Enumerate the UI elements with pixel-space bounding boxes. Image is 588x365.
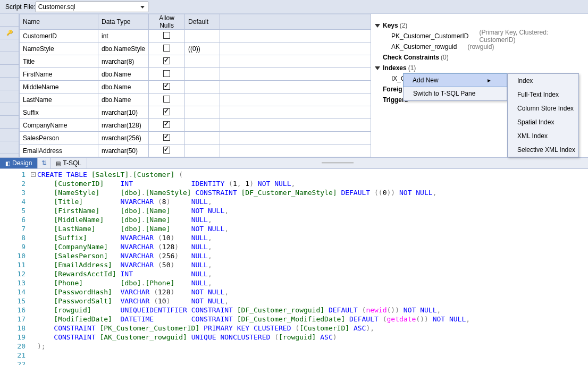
fold-gutter: - xyxy=(30,169,37,365)
cell-type[interactable]: nvarchar(10) xyxy=(98,106,149,119)
pane-tabs: ◧Design ⇅ ▤T-SQL xyxy=(0,157,588,169)
tsql-editor[interactable]: 12345678910111213141516171819202122 - CR… xyxy=(0,169,588,365)
checkbox-icon[interactable] xyxy=(163,134,170,141)
cell-default[interactable] xyxy=(185,119,220,132)
cell-type[interactable]: nvarchar(50) xyxy=(98,145,149,157)
ctx-xml-index[interactable]: XML Index xyxy=(508,129,578,143)
check-constraints-node[interactable]: Check Constraints (0) xyxy=(375,52,584,63)
ctx-spatial-index[interactable]: Spatial Index xyxy=(508,115,578,129)
cell-type[interactable]: dbo.Name xyxy=(98,94,149,106)
columns-table[interactable]: Name Data Type Allow Nulls Default Custo… xyxy=(19,14,371,157)
cell-name[interactable]: Title xyxy=(20,55,98,68)
table-row[interactable]: SalesPersonnvarchar(256) xyxy=(20,132,371,145)
cell-allow-nulls[interactable] xyxy=(149,106,185,119)
context-submenu[interactable]: Index Full-Text Index Column Store Index… xyxy=(507,73,579,157)
cell-default[interactable] xyxy=(185,145,220,157)
checkbox-icon[interactable] xyxy=(163,45,170,52)
table-row[interactable]: Suffixnvarchar(10) xyxy=(20,106,371,119)
ctx-fulltext-index[interactable]: Full-Text Index xyxy=(508,88,578,101)
cell-name[interactable]: MiddleName xyxy=(20,81,98,94)
cell-allow-nulls[interactable] xyxy=(149,81,185,94)
cell-allow-nulls[interactable] xyxy=(149,68,185,81)
checkbox-icon[interactable] xyxy=(163,108,170,115)
col-header-name[interactable]: Name xyxy=(20,14,98,30)
cell-default[interactable] xyxy=(185,30,220,43)
checkbox-icon[interactable] xyxy=(163,121,170,128)
cell-allow-nulls[interactable] xyxy=(149,30,185,43)
indexes-node[interactable]: Indexes (1) xyxy=(375,63,584,73)
cell-allow-nulls[interactable] xyxy=(149,132,185,145)
checkbox-icon[interactable] xyxy=(163,96,170,103)
ctx-switch-tsql[interactable]: Switch to T-SQL Pane xyxy=(404,87,507,100)
checkbox-icon[interactable] xyxy=(163,83,170,90)
tsql-icon: ▤ xyxy=(56,160,61,166)
context-menu[interactable]: Add New▸ Switch to T-SQL Pane ➤ xyxy=(403,73,507,101)
cell-default[interactable] xyxy=(185,55,220,68)
cell-blank xyxy=(220,94,371,106)
cell-type[interactable]: dbo.Name xyxy=(98,68,149,81)
checkbox-icon[interactable] xyxy=(163,57,170,64)
script-file-dropdown[interactable]: Customer.sql xyxy=(36,2,148,12)
row-header[interactable] xyxy=(0,129,19,141)
row-header[interactable] xyxy=(0,90,19,103)
table-row[interactable]: MiddleNamedbo.Name xyxy=(20,81,371,94)
cell-name[interactable]: EmailAddress xyxy=(20,145,98,157)
cell-default[interactable] xyxy=(185,94,220,106)
cell-type[interactable]: dbo.NameStyle xyxy=(98,43,149,55)
ctx-columnstore-index[interactable]: Column Store Index xyxy=(508,101,578,115)
checkbox-icon[interactable] xyxy=(163,32,170,39)
ctx-selective-xml-index[interactable]: Selective XML Index xyxy=(508,143,578,157)
row-header[interactable] xyxy=(0,65,19,78)
swap-panes-button[interactable]: ⇅ xyxy=(38,158,51,168)
cell-allow-nulls[interactable] xyxy=(149,145,185,157)
cell-allow-nulls[interactable] xyxy=(149,94,185,106)
table-row[interactable]: FirstNamedbo.Name xyxy=(20,68,371,81)
row-header[interactable] xyxy=(0,39,19,52)
col-header-nulls[interactable]: Allow Nulls xyxy=(149,14,185,30)
cell-name[interactable]: SalesPerson xyxy=(20,132,98,145)
code-content[interactable]: CREATE TABLE [SalesLT].[Customer] ( [Cus… xyxy=(37,169,588,365)
col-header-type[interactable]: Data Type xyxy=(98,14,149,30)
table-row[interactable]: LastNamedbo.Name xyxy=(20,94,371,106)
row-header[interactable] xyxy=(0,116,19,129)
cell-name[interactable]: FirstName xyxy=(20,68,98,81)
table-row[interactable]: CompanyNamenvarchar(128) xyxy=(20,119,371,132)
cell-default[interactable] xyxy=(185,106,220,119)
col-header-default[interactable]: Default xyxy=(185,14,220,30)
cell-allow-nulls[interactable] xyxy=(149,119,185,132)
cell-type[interactable]: dbo.Name xyxy=(98,81,149,94)
cell-name[interactable]: LastName xyxy=(20,94,98,106)
cell-allow-nulls[interactable] xyxy=(149,43,185,55)
ctx-index[interactable]: Index xyxy=(508,74,578,88)
cell-default[interactable] xyxy=(185,132,220,145)
ctx-add-new[interactable]: Add New▸ xyxy=(403,73,507,87)
tab-design[interactable]: ◧Design xyxy=(0,158,38,168)
row-header[interactable]: 🔑 xyxy=(0,27,19,39)
table-row[interactable]: EmailAddressnvarchar(50) xyxy=(20,145,371,157)
table-row[interactable]: CustomerIDint xyxy=(20,30,371,43)
checkbox-icon[interactable] xyxy=(163,70,170,77)
cell-name[interactable]: NameStyle xyxy=(20,43,98,55)
row-header[interactable] xyxy=(0,52,19,65)
cell-type[interactable]: nvarchar(8) xyxy=(98,55,149,68)
splitter-handle[interactable] xyxy=(87,158,588,168)
row-header[interactable] xyxy=(0,141,19,154)
cell-allow-nulls[interactable] xyxy=(149,55,185,68)
fold-icon[interactable]: - xyxy=(31,172,36,177)
cell-type[interactable]: int xyxy=(98,30,149,43)
cell-default[interactable] xyxy=(185,68,220,81)
table-row[interactable]: NameStyledbo.NameStyle((0)) xyxy=(20,43,371,55)
checkbox-icon[interactable] xyxy=(163,147,170,154)
cell-default[interactable]: ((0)) xyxy=(185,43,220,55)
table-row[interactable]: Titlenvarchar(8) xyxy=(20,55,371,68)
cell-default[interactable] xyxy=(185,81,220,94)
cell-name[interactable]: CustomerID xyxy=(20,30,98,43)
cell-name[interactable]: Suffix xyxy=(20,106,98,119)
tab-tsql[interactable]: ▤T-SQL xyxy=(51,158,87,168)
cell-name[interactable]: CompanyName xyxy=(20,119,98,132)
row-header[interactable] xyxy=(0,103,19,116)
key-item[interactable]: PK_Customer_CustomerID (Primary Key, Clu… xyxy=(375,31,584,41)
cell-type[interactable]: nvarchar(128) xyxy=(98,119,149,132)
row-header[interactable] xyxy=(0,78,19,90)
cell-type[interactable]: nvarchar(256) xyxy=(98,132,149,145)
